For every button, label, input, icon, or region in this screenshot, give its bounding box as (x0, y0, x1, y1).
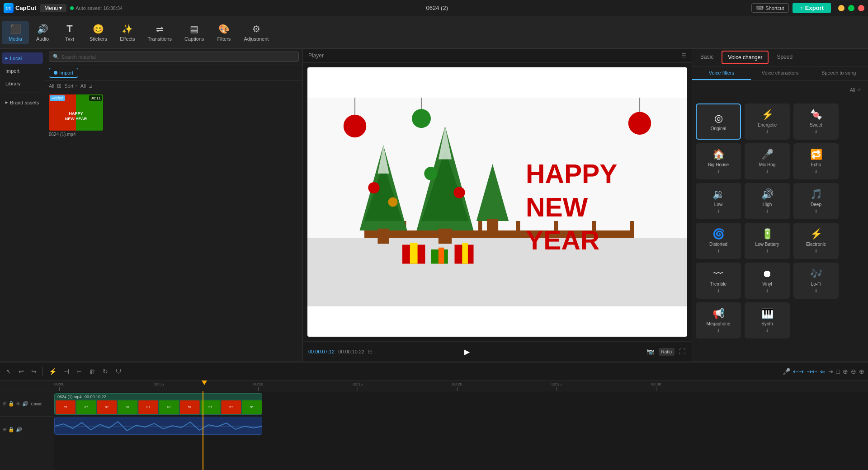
tab-voice-changer[interactable]: Voice changer (722, 51, 769, 64)
lock-track-button[interactable]: 🔒 (8, 401, 14, 407)
voice-filter-electronic[interactable]: ⚡ Electronic ⬇ (793, 223, 839, 259)
view-toggle-button[interactable]: ⊞ (57, 83, 61, 89)
add-button[interactable]: ⊕ (859, 368, 864, 375)
voice-filter-download-icon-energetic[interactable]: ⬇ (765, 129, 769, 134)
all-filters-button[interactable]: All ⊿ (846, 83, 864, 96)
voice-filter-download-icon-low[interactable]: ⬇ (717, 209, 720, 214)
voice-filter-download-icon-mic_hog[interactable]: ⬇ (765, 169, 769, 174)
eye-track-button[interactable]: 👁 (16, 401, 21, 407)
sidebar-item-brand-assets[interactable]: ▸ Brand assets (2, 97, 43, 108)
audio-track[interactable]: 0624 (1) (54, 417, 262, 435)
voice-filter-lo_fi[interactable]: 🎶 Lo-Fi ⬇ (793, 263, 839, 299)
list-item[interactable]: HAPPY NEW YEAR Added 00:11 0624 (1).mp4 (49, 94, 103, 137)
audio-volume-button[interactable]: 🔊 (16, 427, 22, 432)
shield-button[interactable]: ⛉ (113, 367, 124, 376)
import-button[interactable]: Import (49, 68, 78, 78)
sidebar-item-local[interactable]: ▸ Local (2, 52, 43, 64)
mic-button[interactable]: 🎤 (783, 368, 790, 375)
menu-button[interactable]: Menu ▾ (40, 4, 66, 12)
voice-filter-megaphone[interactable]: 📢 Megaphone ⬇ (696, 302, 741, 338)
grid-view-icon[interactable]: ⊟ (368, 348, 373, 355)
voice-filter-download-icon-sweet[interactable]: ⬇ (814, 129, 818, 134)
add-audio-track-button[interactable]: ⊕ (3, 427, 7, 432)
extract-audio-button[interactable]: ⇠⇢ (793, 368, 804, 375)
voice-filter-low_battery[interactable]: 🔋 Low Battery ⬇ (745, 223, 790, 259)
voice-filter-energetic[interactable]: ⚡ Energetic ⬇ (745, 103, 790, 140)
trim-right-button[interactable]: ⊢ (74, 367, 84, 376)
player-menu-icon[interactable]: ☰ (681, 52, 686, 59)
tool-transitions[interactable]: ⇌ Transitions (142, 21, 178, 44)
undo-button[interactable]: ↩ (16, 367, 26, 376)
tool-captions[interactable]: ▤ Captions (178, 21, 210, 44)
shortcut-button[interactable]: ⌨ Shortcut (751, 3, 789, 13)
voice-filter-label-synth: Synth (761, 321, 773, 326)
voice-filter-download-icon-synth[interactable]: ⬇ (765, 328, 769, 333)
voice-filter-original[interactable]: ◎ Original (696, 103, 741, 140)
trim-button[interactable]: ⊣ (61, 367, 71, 376)
voice-filter-big_house[interactable]: 🏠 Big House ⬇ (696, 143, 741, 179)
sort-button[interactable]: Sort ≡ (64, 83, 78, 89)
export-button[interactable]: ↑ Export (793, 3, 831, 13)
voice-filter-download-icon-vinyl[interactable]: ⬇ (765, 288, 769, 293)
voice-filter-high[interactable]: 🔊 High ⬇ (745, 183, 790, 219)
merge-button[interactable]: ⇐ (820, 368, 826, 375)
align-button[interactable]: ⇥ (828, 368, 834, 375)
voice-filter-tremble[interactable]: 〰 Tremble ⬇ (696, 263, 741, 299)
delete-button[interactable]: 🗑 (87, 367, 98, 376)
tool-effects[interactable]: ✨ Effects (113, 21, 141, 44)
tool-filters[interactable]: 🎨 Filters (210, 21, 237, 44)
redo-button[interactable]: ↪ (29, 367, 39, 376)
loop-button[interactable]: ↻ (100, 367, 110, 376)
sub-tab-speech-to-song[interactable]: Speech to song (809, 66, 868, 80)
voice-filter-download-icon-distorted[interactable]: ⬇ (717, 249, 720, 254)
voice-filter-distorted[interactable]: 🌀 Distorted ⬇ (696, 223, 741, 259)
voice-filter-download-icon-low_battery[interactable]: ⬇ (765, 249, 769, 254)
close-button[interactable] (858, 5, 864, 11)
voice-filter-low[interactable]: 🔉 Low ⬇ (696, 183, 741, 219)
tool-stickers[interactable]: 😊 Stickers (83, 21, 113, 44)
zoom-in-button[interactable]: ⊕ (843, 368, 848, 375)
zoom-out-button[interactable]: ⊖ (851, 368, 856, 375)
video-track[interactable]: 0624 (1).mp4 00:00:10:22 NY NY NY (54, 393, 262, 415)
sidebar-item-import[interactable]: Import (2, 66, 43, 76)
fullscreen-button[interactable]: ⛶ (678, 347, 686, 356)
screenshot-button[interactable]: 📷 (646, 347, 655, 356)
maximize-button[interactable] (848, 5, 854, 11)
voice-filter-synth[interactable]: 🎹 Synth ⬇ (745, 302, 790, 338)
ratio-button[interactable]: Ratio (659, 348, 675, 356)
voice-filter-download-icon-high[interactable]: ⬇ (765, 209, 769, 214)
voice-filter-download-icon-big_house[interactable]: ⬇ (717, 169, 720, 174)
split-button[interactable]: ⚡ (47, 367, 59, 376)
voice-filter-download-icon-electronic[interactable]: ⬇ (814, 249, 818, 254)
voice-filter-deep[interactable]: 🎵 Deep ⬇ (793, 183, 839, 219)
sub-tab-voice-filters[interactable]: Voice filters (692, 66, 751, 80)
tool-text[interactable]: T Text (56, 20, 83, 45)
voice-filter-sweet[interactable]: 🍬 Sweet ⬇ (793, 103, 839, 140)
cursor-tool-button[interactable]: ↖ (4, 367, 14, 376)
voice-filter-download-icon-lo_fi[interactable]: ⬇ (814, 288, 818, 293)
media-thumbnail[interactable]: HAPPY NEW YEAR Added 00:11 (49, 94, 103, 131)
split-audio-button[interactable]: ⇢⇠ (807, 368, 817, 375)
voice-filter-download-icon-tremble[interactable]: ⬇ (717, 288, 720, 293)
voice-filter-label-tremble: Tremble (710, 282, 726, 287)
tab-speed[interactable]: Speed (770, 49, 799, 66)
play-button[interactable]: ▶ (461, 345, 473, 358)
minimize-button[interactable] (838, 5, 844, 11)
subtitle-button[interactable]: □ (836, 368, 840, 375)
voice-filter-echo[interactable]: 🔁 Echo ⬇ (793, 143, 839, 179)
add-video-track-button[interactable]: ⊕ (3, 401, 7, 407)
voice-filter-vinyl[interactable]: ⏺ Vinyl ⬇ (745, 263, 790, 299)
tool-audio[interactable]: 🔊 Audio (29, 21, 56, 44)
tool-adjustment[interactable]: ⚙ Adjustment (237, 21, 275, 44)
tab-basic[interactable]: Basic (694, 49, 720, 66)
lock-audio-button[interactable]: 🔒 (8, 427, 14, 432)
sub-tab-voice-characters[interactable]: Voice characters (751, 66, 810, 80)
voice-filter-download-icon-deep[interactable]: ⬇ (814, 209, 818, 214)
sidebar-item-library[interactable]: Library (2, 78, 43, 89)
voice-filter-download-icon-echo[interactable]: ⬇ (814, 169, 818, 174)
audio-track-mute-button[interactable]: 🔊 (22, 401, 28, 407)
tool-media[interactable]: ⬛ Media (2, 21, 29, 44)
voice-filter-download-icon-megaphone[interactable]: ⬇ (717, 328, 720, 333)
voice-filter-mic_hog[interactable]: 🎤 Mic Hog ⬇ (745, 143, 790, 179)
svg-text:NY: NY (105, 405, 108, 408)
